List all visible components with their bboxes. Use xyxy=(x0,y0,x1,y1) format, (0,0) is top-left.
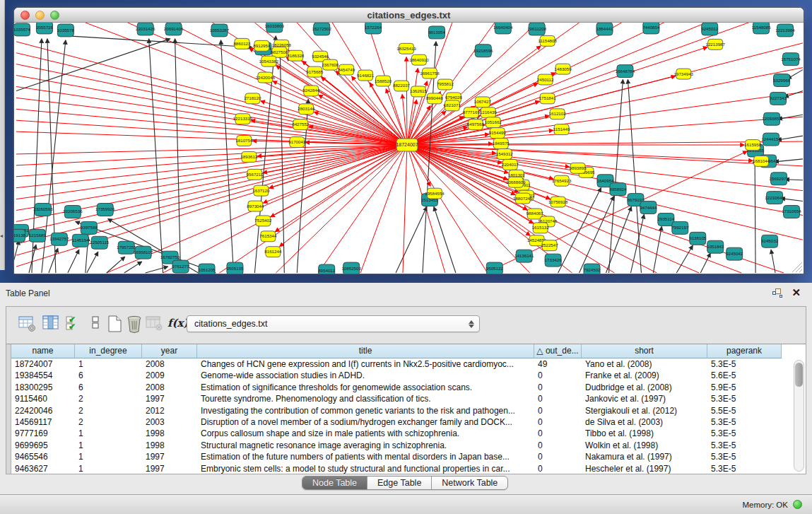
cell[interactable]: 9115460 xyxy=(11,393,75,404)
column-header-in_degree[interactable]: in_degree xyxy=(75,344,142,358)
cell[interactable]: 1 xyxy=(75,428,142,439)
cell[interactable]: 0 xyxy=(534,463,582,474)
cell[interactable]: Dudbridge et al. (2008) xyxy=(582,382,707,393)
cell[interactable]: 2008 xyxy=(142,382,197,393)
column-header-title[interactable]: title xyxy=(197,344,534,358)
cell[interactable]: 1997 xyxy=(142,451,197,462)
cell[interactable]: 1998 xyxy=(142,428,197,439)
tab-edge-table[interactable]: Edge Table xyxy=(367,477,431,489)
table-select-combo[interactable]: citations_edges.txt xyxy=(187,315,480,332)
scrollbar-thumb[interactable] xyxy=(795,363,803,387)
cell[interactable]: 5.3E-5 xyxy=(707,428,782,439)
table-row[interactable]: 946362711997Embryonic stem cells: a mode… xyxy=(11,463,782,474)
cell[interactable]: 5.3E-5 xyxy=(707,440,782,451)
select-columns-icon[interactable] xyxy=(42,314,61,334)
table-row[interactable]: 2242004622012Investigating the contribut… xyxy=(11,405,782,416)
cell[interactable]: 2 xyxy=(75,416,142,428)
cell[interactable]: Estimation of significance thresholds fo… xyxy=(197,382,534,393)
cell[interactable]: Stergiakouli et al. (2012) xyxy=(582,405,707,416)
network-graph[interactable]: 1035574205572610355782203142620691406105… xyxy=(14,23,804,274)
cell[interactable]: 1997 xyxy=(142,463,197,474)
cell[interactable]: 0 xyxy=(534,382,582,393)
table-row[interactable]: 969969511998Structural magnetic resonanc… xyxy=(11,440,782,451)
table-row[interactable]: 1830029562008Estimation of significance … xyxy=(11,382,782,393)
table-row[interactable]: 946554611997Estimation of the future num… xyxy=(11,451,782,462)
cell[interactable]: 1 xyxy=(75,451,142,462)
row-height-icon[interactable] xyxy=(86,314,106,334)
collapse-left-arrow-icon[interactable]: ◂ xyxy=(0,233,3,239)
cell[interactable]: 0 xyxy=(534,416,582,428)
network-window-titlebar[interactable]: citations_edges.txt xyxy=(14,8,804,23)
cell[interactable]: 0 xyxy=(534,393,582,404)
cell[interactable]: 5.3E-5 xyxy=(707,451,782,462)
cell[interactable]: 1 xyxy=(75,358,142,370)
float-panel-icon[interactable] xyxy=(772,288,782,298)
cell[interactable]: 49 xyxy=(534,358,582,370)
window-resize-grip[interactable] xyxy=(796,266,802,272)
cell[interactable]: 1 xyxy=(75,440,142,451)
column-header-out_de[interactable]: △ out_de... xyxy=(534,344,582,358)
cell[interactable]: 6 xyxy=(75,370,142,381)
cell[interactable]: Estimation of the future numbers of pati… xyxy=(197,451,534,462)
column-header-short[interactable]: short xyxy=(582,344,707,358)
cell[interactable]: 19384554 xyxy=(11,370,75,381)
cell[interactable]: Tourette syndrome. Phenomenology and cla… xyxy=(197,393,534,404)
cell[interactable]: 5.5E-5 xyxy=(707,405,782,416)
table-vertical-scrollbar[interactable] xyxy=(794,360,804,472)
cell[interactable]: 14569117 xyxy=(11,416,75,428)
new-column-icon[interactable] xyxy=(105,314,125,334)
cell[interactable]: Nakamura et al. (1997) xyxy=(582,451,707,462)
cell[interactable]: 9463627 xyxy=(11,463,75,474)
cell[interactable]: Tibbo et al. (1998) xyxy=(582,428,707,439)
cell[interactable]: 0 xyxy=(534,440,582,451)
close-panel-icon[interactable]: ✕ xyxy=(792,286,801,299)
tab-node-table[interactable]: Node Table xyxy=(302,477,367,489)
cell[interactable]: de Silva et al. (2003) xyxy=(582,416,707,428)
cell[interactable]: Wolkin et al. (1998) xyxy=(582,440,707,451)
cell[interactable]: 0 xyxy=(534,451,582,462)
cell[interactable]: Embryonic stem cells: a model to study s… xyxy=(197,463,534,474)
left-panel-collapse-strip[interactable]: ◂ xyxy=(0,0,5,270)
cell[interactable]: 0 xyxy=(534,370,582,381)
cell[interactable]: Corpus callosum shape and size in male p… xyxy=(197,428,534,439)
cell[interactable]: 1 xyxy=(75,463,142,474)
cell[interactable]: 18300295 xyxy=(11,382,75,393)
cell[interactable]: Structural magnetic resonance image aver… xyxy=(197,440,534,451)
table-row[interactable]: 911546021997Tourette syndrome. Phenomeno… xyxy=(11,393,782,404)
cell[interactable]: Franke et al. (2009) xyxy=(582,370,707,381)
cell[interactable]: 9777169 xyxy=(11,428,75,439)
cell[interactable]: 5.3E-5 xyxy=(707,416,782,428)
window-resize-grip[interactable] xyxy=(799,269,802,272)
cell[interactable]: 18724007 xyxy=(11,358,75,370)
cell[interactable]: 5.9E-5 xyxy=(707,382,782,393)
cell[interactable]: 5.3E-5 xyxy=(707,393,782,404)
cell[interactable]: 2012 xyxy=(142,405,197,416)
cell[interactable]: 5.3E-5 xyxy=(707,358,782,370)
column-header-name[interactable]: name xyxy=(11,344,75,358)
cell[interactable]: 0 xyxy=(534,428,582,439)
cell[interactable]: 1998 xyxy=(142,440,197,451)
cell[interactable]: 2 xyxy=(75,405,142,416)
cell[interactable]: 2008 xyxy=(142,358,197,370)
delete-column-icon[interactable] xyxy=(125,314,145,334)
cell[interactable]: Jankovic et al. (1997) xyxy=(582,393,707,404)
function-builder-icon[interactable]: f(x) xyxy=(167,317,187,337)
column-header-year[interactable]: year xyxy=(142,344,197,358)
cell[interactable]: 22420046 xyxy=(11,405,75,416)
cell[interactable]: 1997 xyxy=(142,393,197,404)
cell[interactable]: 5.6E-5 xyxy=(707,370,782,381)
cell[interactable]: 5.3E-5 xyxy=(707,463,782,474)
table-row[interactable]: 1938455462009Genome-wide association stu… xyxy=(11,370,782,381)
cell[interactable]: Investigating the contribution of common… xyxy=(197,405,534,416)
table-row[interactable]: 977716911998Corpus callosum shape and si… xyxy=(11,428,782,439)
cell[interactable]: Yano et al. (2008) xyxy=(582,358,707,370)
cell[interactable]: 2 xyxy=(75,393,142,404)
cell[interactable]: 6 xyxy=(75,382,142,393)
column-header-pagerank[interactable]: pagerank xyxy=(707,344,782,358)
cell[interactable]: Disruption of a novel member of a sodium… xyxy=(197,416,534,428)
tab-network-table[interactable]: Network Table xyxy=(431,477,507,489)
cell[interactable]: Changes of HCN gene expression and I(f) … xyxy=(197,358,534,370)
cell[interactable]: 9699695 xyxy=(11,440,75,451)
cell[interactable]: 0 xyxy=(534,405,582,416)
cell[interactable]: Hescheler et al. (1997) xyxy=(582,463,707,474)
